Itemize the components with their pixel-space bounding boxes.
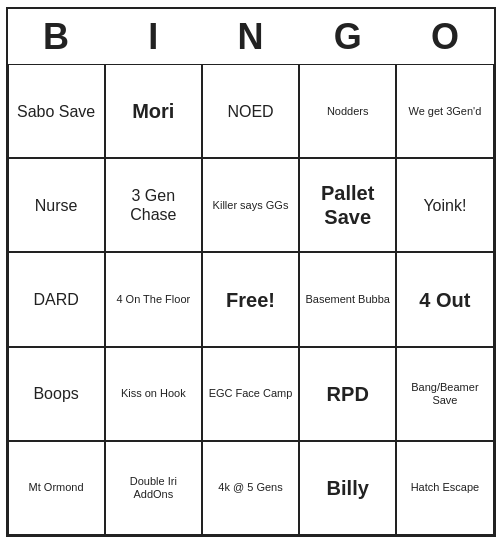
bingo-cell-4-1: Double Iri AddOns [105, 441, 202, 535]
header-letter-o: O [396, 9, 493, 64]
bingo-cell-3-0: Boops [8, 347, 105, 441]
header-letter-g: G [299, 9, 396, 64]
bingo-cell-4-4: Hatch Escape [396, 441, 493, 535]
bingo-cell-3-3: RPD [299, 347, 396, 441]
bingo-cell-0-1: Mori [105, 64, 202, 158]
bingo-row-2: DARD4 On The FloorFree!Basement Bubba4 O… [8, 252, 494, 346]
bingo-row-4: Mt OrmondDouble Iri AddOns4k @ 5 GensBil… [8, 441, 494, 535]
bingo-row-1: Nurse3 Gen ChaseKiller says GGsPallet Sa… [8, 158, 494, 252]
bingo-cell-1-4: Yoink! [396, 158, 493, 252]
bingo-cell-2-1: 4 On The Floor [105, 252, 202, 346]
bingo-cell-1-2: Killer says GGs [202, 158, 299, 252]
bingo-cell-2-4: 4 Out [396, 252, 493, 346]
header-letter-n: N [202, 9, 299, 64]
bingo-cell-4-0: Mt Ormond [8, 441, 105, 535]
bingo-cell-3-1: Kiss on Hook [105, 347, 202, 441]
bingo-grid: Sabo SaveMoriNOEDNoddersWe get 3Gen'dNur… [8, 64, 494, 535]
bingo-cell-1-3: Pallet Save [299, 158, 396, 252]
bingo-cell-1-0: Nurse [8, 158, 105, 252]
header-letter-i: I [105, 9, 202, 64]
bingo-cell-2-3: Basement Bubba [299, 252, 396, 346]
bingo-cell-0-4: We get 3Gen'd [396, 64, 493, 158]
bingo-cell-2-0: DARD [8, 252, 105, 346]
bingo-cell-0-0: Sabo Save [8, 64, 105, 158]
header-letter-b: B [8, 9, 105, 64]
bingo-cell-0-3: Nodders [299, 64, 396, 158]
bingo-cell-0-2: NOED [202, 64, 299, 158]
bingo-cell-4-2: 4k @ 5 Gens [202, 441, 299, 535]
bingo-cell-4-3: Billy [299, 441, 396, 535]
bingo-row-3: BoopsKiss on HookEGC Face CampRPDBang/Be… [8, 347, 494, 441]
bingo-cell-1-1: 3 Gen Chase [105, 158, 202, 252]
bingo-header: BINGO [8, 9, 494, 64]
bingo-row-0: Sabo SaveMoriNOEDNoddersWe get 3Gen'd [8, 64, 494, 158]
bingo-cell-3-4: Bang/Beamer Save [396, 347, 493, 441]
bingo-card: BINGO Sabo SaveMoriNOEDNoddersWe get 3Ge… [6, 7, 496, 537]
bingo-cell-2-2: Free! [202, 252, 299, 346]
bingo-cell-3-2: EGC Face Camp [202, 347, 299, 441]
